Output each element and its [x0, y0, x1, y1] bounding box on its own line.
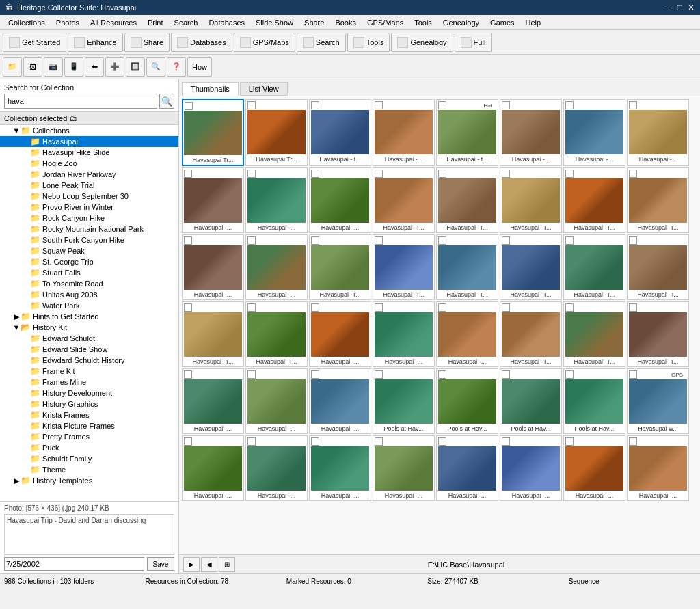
thumb-checkbox-47[interactable] [629, 437, 637, 446]
thumb-checkbox-25[interactable] [247, 303, 256, 312]
thumbnail-item-5[interactable]: Havasupai -... [500, 99, 562, 166]
thumbnail-item-46[interactable]: Havasupai -... [563, 435, 625, 501]
save-button[interactable]: Save [147, 557, 174, 571]
thumbnail-item-25[interactable]: Havasupai -T... [245, 301, 308, 367]
tree-item-theme[interactable]: 📁Theme [0, 464, 178, 475]
menu-item-help[interactable]: Help [520, 17, 547, 28]
thumb-checkbox-37[interactable] [502, 370, 510, 379]
menu-item-search[interactable]: Search [169, 17, 204, 28]
thumbnail-item-17[interactable]: Havasupai -... [245, 234, 308, 300]
menu-item-all-resources[interactable]: All Resources [85, 17, 142, 28]
thumb-checkbox-33[interactable] [247, 370, 256, 379]
tree-item-edward-slide-show[interactable]: 📁Edward Slide Show [0, 344, 178, 355]
date-input[interactable] [4, 557, 144, 571]
menu-item-slide-show[interactable]: Slide Show [250, 17, 299, 28]
tree-item-squaw-peak[interactable]: 📁Squaw Peak [0, 245, 178, 256]
thumbnail-item-15[interactable]: Havasupai -T... [627, 167, 689, 233]
tree-item-schuldt-family[interactable]: 📁Schuldt Family [0, 453, 178, 464]
thumbnail-item-20[interactable]: Havasupai -T... [436, 234, 498, 300]
thumb-checkbox-1[interactable] [247, 101, 256, 109]
thumb-checkbox-20[interactable] [438, 236, 446, 245]
tree-item-hogle-zoo[interactable]: 📁Hogle Zoo [0, 158, 178, 169]
thumb-checkbox-44[interactable] [438, 437, 446, 446]
thumb-checkbox-17[interactable] [247, 236, 256, 245]
bottom-btn-3[interactable]: ⊞ [219, 557, 235, 572]
tree-item-history-templates[interactable]: ▶📁History Templates [0, 475, 178, 486]
thumbnail-item-30[interactable]: Havasupai -T... [563, 301, 625, 367]
thumbnail-item-18[interactable]: Havasupai -T... [309, 234, 371, 300]
toolbar1-btn-share[interactable]: Share [124, 33, 170, 52]
toolbar2-btn-2[interactable]: 📷 [44, 57, 63, 77]
menu-item-databases[interactable]: Databases [203, 17, 250, 28]
tree-item-unitas-aug-2008[interactable]: 📁Unitas Aug 2008 [0, 289, 178, 300]
toolbar1-btn-gps/maps[interactable]: GPS/Maps [234, 33, 295, 52]
tree-item-lone-peak-trial[interactable]: 📁Lone Peak Trial [0, 180, 178, 191]
thumb-checkbox-22[interactable] [565, 236, 574, 245]
thumbnail-item-9[interactable]: Havasupai -... [245, 167, 308, 233]
thumbnail-item-6[interactable]: Havasupai -... [563, 99, 625, 166]
menu-item-print[interactable]: Print [142, 17, 169, 28]
tree-item-hints-to-get-started[interactable]: ▶📁Hints to Get Started [0, 311, 178, 322]
thumb-checkbox-6[interactable] [565, 101, 574, 109]
thumb-checkbox-34[interactable] [311, 370, 319, 379]
thumbnail-item-33[interactable]: Havasupai -... [245, 368, 308, 434]
maximize-btn[interactable]: □ [677, 3, 682, 12]
tree-item-jordan-river-parkway[interactable]: 📁Jordan River Parkway [0, 169, 178, 180]
thumbnail-item-26[interactable]: Havasupai -... [309, 301, 371, 367]
toolbar1-btn-search[interactable]: Search [297, 33, 346, 52]
tree-item-rock-canyon-hike[interactable]: 📁Rock Canyon Hike [0, 213, 178, 224]
toolbar2-btn-4[interactable]: ⬅ [85, 57, 104, 77]
tree-item-krista-picture-frames[interactable]: 📁Krista Picture Frames [0, 420, 178, 431]
thumb-checkbox-39[interactable] [629, 370, 637, 379]
thumbnail-item-45[interactable]: Havasupai -... [500, 435, 562, 501]
toolbar1-btn-databases[interactable]: Databases [171, 33, 232, 52]
tree-item-frames-mine[interactable]: 📁Frames Mine [0, 377, 178, 388]
tree-item-frame-kit[interactable]: 📁Frame Kit [0, 366, 178, 377]
menu-item-games[interactable]: Games [485, 17, 520, 28]
thumbnail-grid[interactable]: Havasupai Tr... Havasupai Tr... Havasupa… [179, 96, 700, 554]
menu-item-books[interactable]: Books [329, 17, 362, 28]
toolbar2-btn-8[interactable]: ❓ [167, 57, 186, 77]
tree-item-krista-frames[interactable]: 📁Krista Frames [0, 409, 178, 420]
thumb-checkbox-26[interactable] [311, 303, 319, 312]
tree-item-pretty-frames[interactable]: 📁Pretty Frames [0, 431, 178, 442]
toolbar1-btn-full[interactable]: Full [455, 33, 492, 52]
thumbnail-item-43[interactable]: Havasupai -... [373, 435, 435, 501]
toolbar1-btn-get-started[interactable]: Get Started [3, 33, 66, 52]
thumb-checkbox-30[interactable] [565, 303, 574, 312]
toolbar2-btn-0[interactable]: 📁 [3, 57, 22, 77]
toolbar2-btn-3[interactable]: 📱 [64, 57, 83, 77]
thumb-checkbox-18[interactable] [311, 236, 319, 245]
tree-item-water-park[interactable]: 📁Water Park [0, 300, 178, 311]
thumbnail-item-10[interactable]: Havasupai -... [309, 167, 371, 233]
thumbnail-item-32[interactable]: Havasupai -... [182, 368, 244, 434]
bottom-btn-2[interactable]: ◀ [201, 557, 217, 572]
thumb-checkbox-13[interactable] [502, 170, 510, 178]
thumb-checkbox-9[interactable] [247, 170, 256, 178]
tree-item-havasupi-hike-slide[interactable]: 📁Havasupi Hike Slide [0, 147, 178, 158]
toolbar2-btn-1[interactable]: 🖼 [23, 57, 42, 77]
tree-item-nebo-loop-september-30[interactable]: 📁Nebo Loop September 30 [0, 191, 178, 202]
thumb-checkbox-14[interactable] [565, 170, 574, 178]
thumbnail-item-44[interactable]: Havasupai -... [436, 435, 498, 501]
thumbnail-item-2[interactable]: Havasupai - t... [309, 99, 371, 166]
thumb-checkbox-27[interactable] [375, 303, 383, 312]
thumbnail-item-47[interactable]: Havasupai -... [627, 435, 689, 501]
thumb-checkbox-46[interactable] [565, 437, 574, 446]
thumb-checkbox-19[interactable] [375, 236, 383, 245]
tree-item-st-george-trip[interactable]: 📁St. George Trip [0, 256, 178, 267]
thumb-checkbox-21[interactable] [502, 236, 510, 245]
thumbnail-item-28[interactable]: Havasupai -... [436, 301, 498, 367]
search-button[interactable]: 🔍 [159, 94, 174, 109]
thumbnail-item-35[interactable]: Pools at Hav... [373, 368, 435, 434]
thumbnail-item-12[interactable]: Havasupai -T... [436, 167, 498, 233]
toolbar2-btn-6[interactable]: 🔲 [126, 57, 145, 77]
menu-item-photos[interactable]: Photos [51, 17, 85, 28]
thumbnail-item-8[interactable]: Havasupai -... [182, 167, 244, 233]
thumbnail-item-41[interactable]: Havasupai -... [245, 435, 308, 501]
thumbnail-item-0[interactable]: Havasupai Tr... [182, 99, 244, 166]
thumbnail-item-7[interactable]: Havasupai -... [627, 99, 689, 166]
tree-item-edwdard-schuldt-history[interactable]: 📁Edwdard Schuldt History [0, 355, 178, 366]
thumbnail-item-40[interactable]: Havasupai -... [182, 435, 244, 501]
tree-item-rocky-mountain-national-park[interactable]: 📁Rocky Mountain National Park [0, 224, 178, 234]
